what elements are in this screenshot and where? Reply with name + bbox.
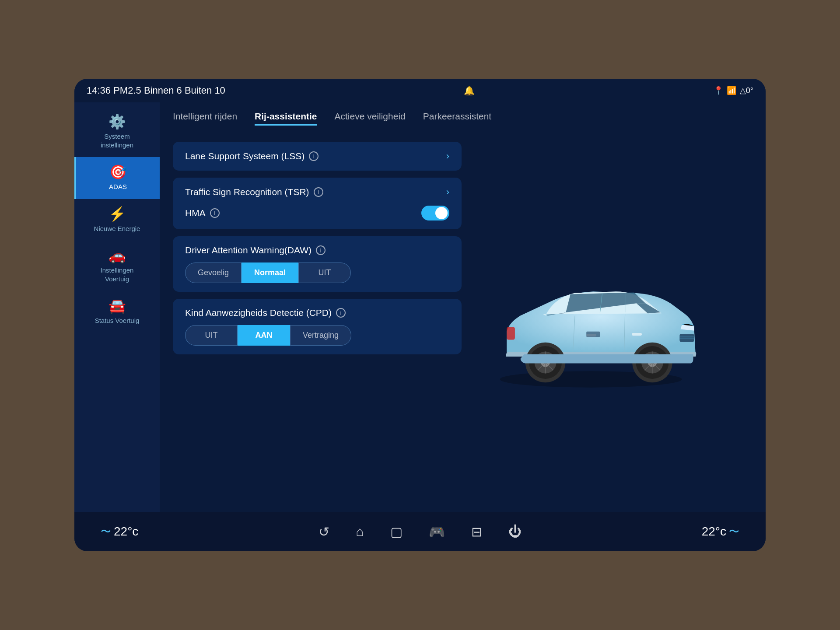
temp-status: △0° <box>740 86 753 95</box>
tsr-info-icon[interactable]: i <box>314 187 323 197</box>
lss-card[interactable]: Lane Support Systeem (LSS) i › <box>173 142 462 171</box>
daw-btn-gevoelig[interactable]: Gevoelig <box>185 262 242 283</box>
tsr-chevron-icon: › <box>446 186 449 198</box>
daw-title: Driver Attention Warning(DAW) i <box>185 245 326 256</box>
status-icon: 🚘 <box>108 299 126 313</box>
status-info: 14:36 PM2.5 Binnen 6 Buiten 10 <box>87 85 225 96</box>
tab-bar: Intelligent rijden Rij-assistentie Actie… <box>173 111 752 131</box>
cpd-info-icon[interactable]: i <box>336 308 346 318</box>
daw-info-icon[interactable]: i <box>316 245 326 255</box>
car-illustration-area <box>470 142 698 503</box>
cpd-btn-uit[interactable]: UIT <box>185 325 238 346</box>
energy-icon: ⚡ <box>108 207 126 221</box>
daw-btn-uit[interactable]: UIT <box>298 262 351 283</box>
binnen: Binnen 6 <box>144 85 182 96</box>
nav-icons: ↺ ⌂ ▢ 🎮 ⊟ ⏻ <box>318 524 521 539</box>
hma-card-row: HMA i <box>185 206 449 220</box>
temp-left-value: 22°c <box>114 525 138 539</box>
daw-btn-normaal[interactable]: Normaal <box>242 262 298 283</box>
temp-right-value: 22°c <box>702 525 726 539</box>
sidebar-item-systeem-instellingen[interactable]: ⚙️ Systeeminstellingen <box>74 107 160 157</box>
vehicle-settings-icon: 🚗 <box>108 248 126 262</box>
pm25-label: PM2.5 <box>113 85 141 96</box>
sidebar: ⚙️ Systeeminstellingen 🎯 ADAS ⚡ Nieuwe E… <box>74 102 160 512</box>
lss-chevron-icon: › <box>446 150 449 162</box>
hma-toggle[interactable] <box>421 206 449 220</box>
lss-card-row: Lane Support Systeem (LSS) i › <box>185 150 449 162</box>
status-bar: 14:36 PM2.5 Binnen 6 Buiten 10 🔔 📍 📶 △0° <box>74 79 766 102</box>
tsr-label: Traffic Sign Recognition (TSR) <box>185 187 309 197</box>
power-icon[interactable]: ⏻ <box>508 524 522 539</box>
bottom-bar: 〜 22°c ↺ ⌂ ▢ 🎮 ⊟ ⏻ 22°c 〜 <box>74 512 766 551</box>
cpd-btn-aan[interactable]: AAN <box>238 325 290 346</box>
wind-right-icon: 〜 <box>729 525 739 539</box>
cpd-title: Kind Aanwezigheids Detectie (CPD) i <box>185 308 346 318</box>
lss-info-icon[interactable]: i <box>309 151 318 161</box>
tsr-card-row: Traffic Sign Recognition (TSR) i › <box>185 186 449 198</box>
daw-card: Driver Attention Warning(DAW) i Gevoelig… <box>173 236 462 292</box>
cpd-card-row: Kind Aanwezigheids Detectie (CPD) i <box>185 308 449 318</box>
sidebar-label-systeem: Systeeminstellingen <box>101 132 133 149</box>
car-control-icon[interactable]: 🎮 <box>429 524 445 539</box>
sidebar-label-instellingen: InstellingenVoertuig <box>101 266 134 283</box>
buiten: Buiten 10 <box>185 85 225 96</box>
status-center-icon: 🔔 <box>464 85 475 96</box>
cpd-btn-group: UIT AAN Vertraging <box>185 325 449 346</box>
sidebar-label-energie: Nieuwe Energie <box>94 224 140 233</box>
cards-area: Lane Support Systeem (LSS) i › Traffic S… <box>173 142 462 503</box>
car-svg <box>470 142 698 503</box>
hma-label: HMA <box>185 208 206 218</box>
adas-icon: 🎯 <box>109 165 127 179</box>
hma-toggle-knob <box>435 207 448 219</box>
signal-bars: 📶 <box>727 86 736 95</box>
sidebar-item-adas[interactable]: 🎯 ADAS <box>74 157 160 199</box>
status-right: 📍 📶 △0° <box>714 86 753 95</box>
svg-rect-6 <box>632 333 642 336</box>
content-panel: Intelligent rijden Rij-assistentie Actie… <box>160 102 766 512</box>
main-content: ⚙️ Systeeminstellingen 🎯 ADAS ⚡ Nieuwe E… <box>74 102 766 512</box>
sidebar-label-adas: ADAS <box>109 182 127 191</box>
tab-rij-assistentie[interactable]: Rij-assistentie <box>255 111 317 126</box>
hma-title: HMA i <box>185 208 220 218</box>
daw-card-row: Driver Attention Warning(DAW) i <box>185 245 449 256</box>
tab-actieve-veiligheid[interactable]: Actieve veiligheid <box>334 111 405 126</box>
sidebar-item-status-voertuig[interactable]: 🚘 Status Voertuig <box>74 291 160 333</box>
svg-rect-7 <box>679 334 694 342</box>
temp-left: 〜 22°c <box>101 525 138 539</box>
square-nav-icon[interactable]: ▢ <box>390 524 402 539</box>
tsr-card[interactable]: Traffic Sign Recognition (TSR) i › HMA i <box>173 178 462 229</box>
hma-info-icon[interactable]: i <box>210 208 220 218</box>
car-screen: 14:36 PM2.5 Binnen 6 Buiten 10 🔔 📍 📶 △0°… <box>74 79 766 551</box>
time: 14:36 <box>87 85 111 96</box>
tsr-title: Traffic Sign Recognition (TSR) i <box>185 187 323 197</box>
settings-icon: ⚙️ <box>108 115 126 129</box>
location-icon: 📍 <box>714 86 723 95</box>
cpd-card: Kind Aanwezigheids Detectie (CPD) i UIT … <box>173 299 462 354</box>
sidebar-item-nieuwe-energie[interactable]: ⚡ Nieuwe Energie <box>74 199 160 241</box>
daw-label: Driver Attention Warning(DAW) <box>185 245 312 256</box>
sidebar-label-status: Status Voertuig <box>95 316 140 325</box>
home-nav-icon[interactable]: ⌂ <box>356 524 364 539</box>
svg-rect-8 <box>507 327 515 340</box>
tab-intelligent-rijden[interactable]: Intelligent rijden <box>173 111 237 126</box>
back-nav-icon[interactable]: ↺ <box>318 524 329 539</box>
daw-btn-group: Gevoelig Normaal UIT <box>185 262 449 283</box>
columns-icon[interactable]: ⊟ <box>471 524 482 539</box>
cpd-label: Kind Aanwezigheids Detectie (CPD) <box>185 308 332 318</box>
svg-rect-25 <box>586 332 600 337</box>
lss-label: Lane Support Systeem (LSS) <box>185 151 304 161</box>
temp-right: 22°c 〜 <box>702 525 739 539</box>
sidebar-item-instellingen-voertuig[interactable]: 🚗 InstellingenVoertuig <box>74 241 160 291</box>
wind-left-icon: 〜 <box>101 525 111 539</box>
tab-parkeerassistent[interactable]: Parkeerassistent <box>423 111 491 126</box>
cpd-btn-vertraging[interactable]: Vertraging <box>290 325 351 346</box>
lss-title: Lane Support Systeem (LSS) i <box>185 151 318 161</box>
